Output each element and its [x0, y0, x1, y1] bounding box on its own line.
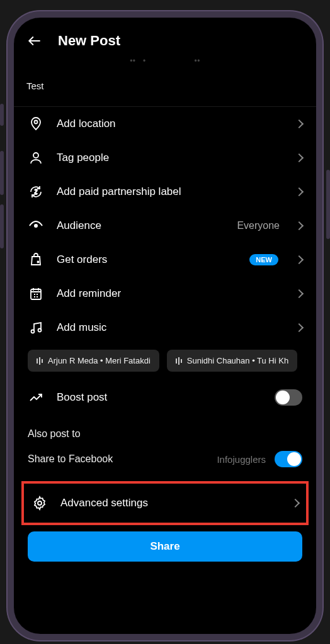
row-add-location[interactable]: Add location	[14, 107, 316, 141]
row-label: Add reminder	[57, 287, 283, 300]
music-chip[interactable]: Arjun R Meda • Meri Fatakdi	[28, 350, 159, 372]
svg-rect-3	[31, 289, 41, 299]
row-label: Add location	[57, 118, 283, 130]
crosspost-section-title: Also post to	[14, 414, 316, 445]
chevron-right-icon	[295, 289, 304, 298]
music-suggestions: Arjun R Meda • Meri Fatakdi Sunidhi Chau…	[14, 345, 316, 380]
row-boost-post[interactable]: Boost post	[14, 380, 316, 414]
facebook-share-label: Share to Facebook	[28, 453, 113, 465]
row-share-facebook[interactable]: Share to Facebook Infojugglers	[14, 445, 316, 479]
phone-frame: New Post •• • •• Test Add location Tag p…	[8, 11, 322, 640]
row-label: Get orders	[57, 253, 237, 266]
eye-icon	[28, 218, 44, 234]
refresh-dollar-icon	[28, 184, 44, 200]
trending-up-icon	[28, 389, 44, 406]
gear-icon	[31, 495, 48, 511]
music-chip-label: Sunidhi Chauhan • Tu Hi Kh	[187, 356, 288, 365]
boost-toggle[interactable]	[275, 389, 302, 406]
svg-point-2	[34, 224, 38, 228]
audience-value: Everyone	[237, 220, 280, 231]
row-add-reminder[interactable]: Add reminder	[14, 277, 316, 311]
svg-point-1	[33, 153, 38, 158]
page-title: New Post	[58, 33, 120, 49]
row-label: Add paid partnership label	[57, 186, 283, 198]
advanced-settings-highlight: Advanced settings	[21, 481, 309, 525]
back-button[interactable]	[26, 33, 43, 49]
row-tag-people[interactable]: Tag people	[14, 141, 316, 175]
music-chip-label: Arjun R Meda • Meri Fatakdi	[48, 356, 151, 365]
calendar-icon	[28, 286, 44, 302]
row-label: Boost post	[57, 391, 262, 404]
chevron-right-icon	[291, 499, 300, 508]
row-label: Advanced settings	[60, 497, 280, 509]
person-icon	[28, 150, 44, 166]
app-screen: New Post •• • •• Test Add location Tag p…	[14, 18, 316, 634]
preview-placeholder: •• • ••	[14, 57, 316, 74]
shopping-bag-icon	[28, 252, 44, 268]
row-audience[interactable]: Audience Everyone	[14, 209, 316, 243]
svg-point-0	[35, 121, 38, 124]
chevron-right-icon	[295, 221, 304, 230]
row-label: Add music	[57, 321, 283, 334]
audio-wave-icon	[37, 357, 43, 365]
facebook-toggle[interactable]	[275, 451, 302, 467]
svg-point-5	[38, 329, 42, 332]
chevron-right-icon	[295, 255, 304, 264]
row-get-orders[interactable]: Get orders NEW	[14, 243, 316, 277]
svg-point-4	[31, 330, 35, 333]
row-advanced-settings[interactable]: Advanced settings	[24, 484, 306, 523]
row-label: Audience	[57, 219, 224, 232]
svg-point-6	[38, 501, 42, 505]
caption-input[interactable]: Test	[14, 74, 316, 106]
new-badge: NEW	[249, 254, 278, 265]
row-label: Tag people	[57, 152, 283, 164]
row-add-music[interactable]: Add music	[14, 311, 316, 345]
options-list: Add location Tag people Add paid partner…	[14, 107, 316, 634]
share-button[interactable]: Share	[28, 531, 302, 562]
header: New Post	[14, 18, 316, 57]
chevron-right-icon	[295, 153, 304, 162]
location-pin-icon	[28, 116, 44, 132]
facebook-account-name: Infojugglers	[217, 454, 266, 465]
row-paid-partnership[interactable]: Add paid partnership label	[14, 175, 316, 209]
chevron-right-icon	[295, 119, 304, 128]
music-chip[interactable]: Sunidhi Chauhan • Tu Hi Kh	[167, 350, 297, 372]
chevron-right-icon	[295, 323, 304, 332]
audio-wave-icon	[176, 357, 182, 365]
music-note-icon	[28, 319, 44, 336]
chevron-right-icon	[295, 187, 304, 196]
